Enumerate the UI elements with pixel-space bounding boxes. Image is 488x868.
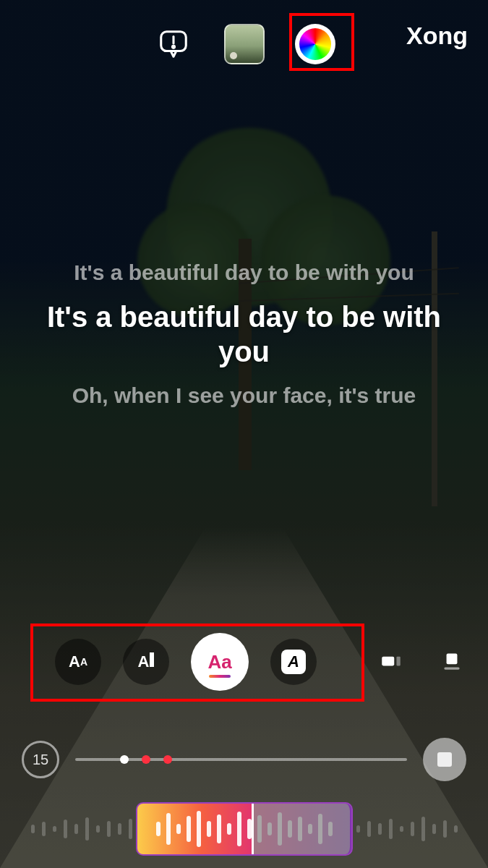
clip-duration-badge[interactable]: 15 xyxy=(22,741,59,778)
style-option-dynamic[interactable]: AA xyxy=(55,639,101,685)
timeline-controls: 15 xyxy=(22,738,466,781)
svg-rect-6 xyxy=(444,668,459,670)
stop-icon xyxy=(437,752,452,767)
cursor-icon xyxy=(150,652,154,667)
slider-marker-icon xyxy=(120,755,129,764)
slider-marker-icon xyxy=(142,755,150,764)
music-cover-button[interactable] xyxy=(224,24,265,64)
lyric-prev: It's a beautiful day to be with you xyxy=(29,259,459,286)
audio-clip-window[interactable] xyxy=(136,802,353,856)
clip-right-handle[interactable] xyxy=(341,804,353,854)
report-icon[interactable] xyxy=(153,24,194,64)
clip-unused-region xyxy=(252,804,351,854)
svg-rect-5 xyxy=(447,653,458,664)
audio-scrubber[interactable] xyxy=(0,790,488,868)
lyric-current: It's a beautiful day to be with you xyxy=(29,299,459,369)
svg-rect-3 xyxy=(382,657,394,666)
music-thumbnail-icon xyxy=(224,24,265,64)
lyrics-overlay[interactable]: It's a beautiful day to be with you It's… xyxy=(29,255,459,413)
annotation-highlight-color xyxy=(289,13,354,71)
style-option-underline[interactable]: Aa xyxy=(191,633,249,691)
position-button[interactable] xyxy=(433,642,471,680)
slider-marker-icon xyxy=(163,755,172,764)
stop-button[interactable] xyxy=(423,738,466,781)
boxed-a-icon: A xyxy=(281,650,306,674)
lyric-next: Oh, when I see your face, it's true xyxy=(29,382,459,409)
svg-rect-4 xyxy=(396,657,400,666)
alignment-button[interactable] xyxy=(372,642,410,680)
style-option-boxed[interactable]: A xyxy=(270,639,317,685)
timeline-slider[interactable] xyxy=(75,758,407,761)
style-option-typewriter[interactable]: A xyxy=(123,639,169,685)
done-button[interactable]: Xong xyxy=(406,22,468,50)
svg-point-2 xyxy=(172,46,174,48)
